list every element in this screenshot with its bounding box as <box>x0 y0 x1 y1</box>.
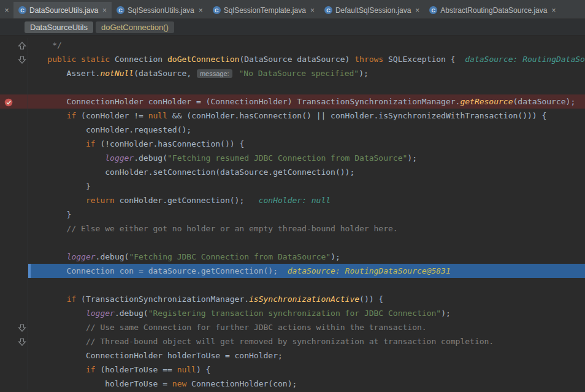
gutter-area[interactable] <box>17 66 28 80</box>
code-token: conHolder.setConnection(dataSource.getCo… <box>28 167 354 177</box>
line-marker-area[interactable] <box>0 179 17 193</box>
code-line[interactable]: logger.debug("Fetching JDBC Connection f… <box>0 250 585 264</box>
gutter-area[interactable] <box>17 348 28 363</box>
gutter-area[interactable] <box>17 320 28 334</box>
gutter-area[interactable] <box>17 264 28 278</box>
tab-label: DataSourceUtils.java <box>29 6 98 15</box>
gutter-area[interactable] <box>17 278 28 292</box>
gutter-area[interactable] <box>17 193 28 207</box>
java-class-icon: C <box>117 6 124 14</box>
gutter-area[interactable] <box>17 221 28 236</box>
close-icon[interactable]: × <box>0 2 13 18</box>
code-line[interactable]: // Use same Connection for further JDBC … <box>0 320 585 334</box>
code-line[interactable]: if (conHolder != null && (conHolder.hasC… <box>0 109 585 123</box>
line-marker-area[interactable] <box>0 151 17 165</box>
code-line[interactable]: if (TransactionSynchronizationManager.is… <box>0 292 585 306</box>
line-marker-area[interactable] <box>0 207 17 221</box>
tab-close-icon[interactable]: × <box>310 6 315 15</box>
code-line[interactable]: logger.debug("Fetching resumed JDBC Conn… <box>0 151 585 165</box>
gutter-area[interactable] <box>17 363 28 377</box>
editor-tab[interactable]: CAbstractRoutingDataSource.java× <box>424 2 560 18</box>
tab-close-icon[interactable]: × <box>551 6 556 15</box>
code-line[interactable] <box>0 80 585 94</box>
code-line[interactable]: ConnectionHolder conHolder = (Connection… <box>0 94 585 109</box>
code-line[interactable] <box>0 236 585 250</box>
tab-close-icon[interactable]: × <box>415 6 419 15</box>
code-line[interactable]: // Thread-bound object will get removed … <box>0 334 585 348</box>
tab-close-icon[interactable]: × <box>199 6 203 15</box>
editor-tab[interactable]: CDataSourceUtils.java× <box>13 2 112 18</box>
editor-tab[interactable]: CSqlSessionUtils.java× <box>112 2 208 18</box>
code-token: logger <box>105 153 134 163</box>
breadcrumb-item[interactable]: doGetConnection() <box>96 21 174 33</box>
code-token <box>28 252 67 261</box>
line-marker-area[interactable] <box>0 292 17 306</box>
code-line[interactable]: if (!conHolder.hasConnection()) { <box>0 137 585 151</box>
line-marker-area[interactable] <box>0 306 17 320</box>
gutter-area[interactable] <box>17 306 28 320</box>
line-marker-area[interactable] <box>0 52 17 66</box>
gutter-area[interactable] <box>17 165 28 179</box>
code-line[interactable]: Assert.notNull(dataSource, message: "No … <box>0 66 585 80</box>
gutter-area[interactable] <box>17 38 28 52</box>
line-marker-area[interactable] <box>0 193 17 207</box>
gutter-area[interactable] <box>17 52 28 66</box>
line-marker-area[interactable] <box>0 250 17 264</box>
line-marker-area[interactable] <box>0 334 17 348</box>
code-token: if <box>67 111 77 120</box>
code-line[interactable]: } <box>0 207 585 221</box>
line-marker-area[interactable] <box>0 264 17 278</box>
line-marker-area[interactable] <box>0 137 17 151</box>
line-marker-area[interactable] <box>0 80 17 94</box>
gutter-area[interactable] <box>17 151 28 165</box>
line-marker-area[interactable] <box>0 377 17 390</box>
gutter-area[interactable] <box>17 179 28 193</box>
gutter-area[interactable] <box>17 94 28 109</box>
gutter-area[interactable] <box>17 80 28 94</box>
line-marker-area[interactable] <box>0 221 17 236</box>
tab-label: SqlSessionTemplate.java <box>224 6 306 15</box>
code-line[interactable]: return conHolder.getConnection(); conHol… <box>0 193 585 207</box>
line-marker-area[interactable] <box>0 363 17 377</box>
gutter-area[interactable] <box>17 137 28 151</box>
gutter-area[interactable] <box>17 377 28 390</box>
breadcrumb-item[interactable]: DataSourceUtils <box>25 21 93 33</box>
tab-close-icon[interactable]: × <box>102 6 107 15</box>
code-line[interactable]: logger.debug("Registering transaction sy… <box>0 306 585 320</box>
line-marker-area[interactable] <box>0 236 17 250</box>
line-marker-area[interactable] <box>0 66 17 80</box>
editor-tab[interactable]: CSqlSessionTemplate.java× <box>208 2 319 18</box>
code-token: isSynchronizationActive <box>249 294 359 304</box>
code-token: notNull <box>100 69 134 78</box>
code-line[interactable]: */ <box>0 38 585 52</box>
line-marker-area[interactable] <box>0 348 17 363</box>
code-line[interactable]: } <box>0 179 585 193</box>
editor-tab[interactable]: CDefaultSqlSession.java× <box>319 2 424 18</box>
code-token: ); <box>359 69 369 78</box>
code-line[interactable] <box>0 278 585 292</box>
gutter-area[interactable] <box>17 123 28 137</box>
gutter-area[interactable] <box>17 292 28 306</box>
line-marker-area[interactable] <box>0 320 17 334</box>
line-marker-area[interactable] <box>0 38 17 52</box>
code-token: "Fetching JDBC Connection from DataSourc… <box>129 252 331 261</box>
code-line[interactable]: conHolder.requested(); <box>0 123 585 137</box>
code-line[interactable]: conHolder.setConnection(dataSource.getCo… <box>0 165 585 179</box>
line-marker-area[interactable] <box>0 109 17 123</box>
code-line-text: if (holderToUse == null) { <box>28 363 585 377</box>
gutter-area[interactable] <box>17 109 28 123</box>
code-line[interactable]: public static Connection doGetConnection… <box>0 52 585 66</box>
line-marker-area[interactable] <box>0 278 17 292</box>
line-marker-area[interactable] <box>0 94 17 109</box>
line-marker-area[interactable] <box>0 165 17 179</box>
gutter-area[interactable] <box>17 334 28 348</box>
code-line[interactable]: // Else we either got no holder or an em… <box>0 221 585 236</box>
gutter-area[interactable] <box>17 250 28 264</box>
code-line[interactable]: holderToUse = new ConnectionHolder(con); <box>0 377 585 390</box>
code-line[interactable]: if (holderToUse == null) { <box>0 363 585 377</box>
code-line[interactable]: Connection con = dataSource.getConnectio… <box>0 264 585 278</box>
line-marker-area[interactable] <box>0 123 17 137</box>
code-line[interactable]: ConnectionHolder holderToUse = conHolder… <box>0 348 585 363</box>
gutter-area[interactable] <box>17 236 28 250</box>
gutter-area[interactable] <box>17 207 28 221</box>
